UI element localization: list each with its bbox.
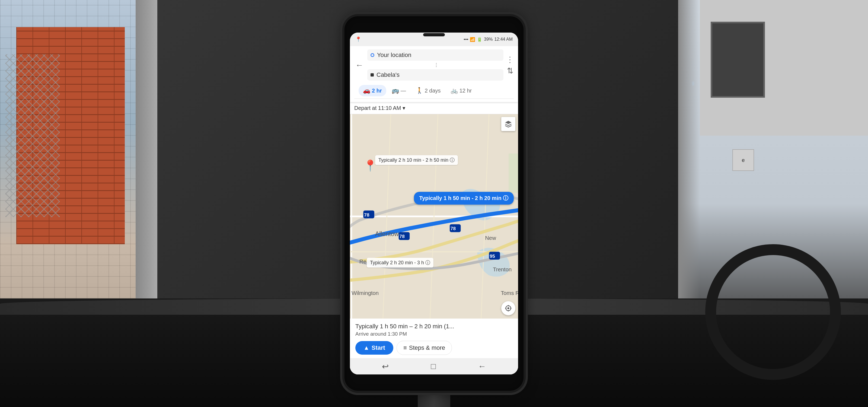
- battery-label: 39%: [484, 37, 493, 42]
- depart-time-row[interactable]: Depart at 11:10 AM ▾: [350, 102, 518, 114]
- car-tab-label: 2 hr: [372, 88, 382, 94]
- transport-tab-bike[interactable]: 🚲 12 hr: [446, 85, 476, 96]
- steps-more-button[interactable]: ≡ Steps & more: [397, 341, 452, 355]
- search-fields: Your location Cabela's: [367, 50, 503, 81]
- destination-text: Cabela's: [376, 71, 500, 79]
- transit-tab-label: —: [401, 88, 406, 94]
- signal-icon: ▪▪▪: [464, 37, 468, 42]
- start-navigation-button[interactable]: ▲ Start: [355, 341, 393, 355]
- time-label: 12:44 AM: [494, 37, 513, 42]
- svg-point-29: [507, 307, 509, 309]
- my-location-button[interactable]: [501, 301, 516, 315]
- map-svg: Allentown Reading New Trenton Toms River…: [350, 114, 518, 318]
- back-button[interactable]: ←: [354, 59, 365, 71]
- car-icon: 🚗: [363, 87, 370, 94]
- status-right: ▪▪▪ 📶 🔋 39% 12:44 AM: [464, 37, 513, 42]
- route-time-label-2[interactable]: Typically 2 h 20 min - 3 h ⓘ: [367, 258, 433, 268]
- connector-dot-2: [436, 65, 437, 65]
- transport-mode-tabs: 🚗 2 hr 🚌 — 🚶 2 days 🚲: [354, 83, 514, 99]
- walk-icon: 🚶: [416, 87, 423, 94]
- bottom-panel: Typically 1 h 50 min – 2 h 20 min (1... …: [350, 318, 518, 358]
- steps-label: Steps & more: [409, 344, 445, 351]
- origin-text: Your location: [377, 52, 500, 59]
- bike-tab-label: 12 hr: [460, 88, 472, 94]
- depart-time-label: Depart at 11:10 AM: [354, 105, 401, 111]
- route-time-label-1[interactable]: Typically 2 h 10 min - 2 h 50 min ⓘ: [375, 155, 458, 165]
- route-summary: Typically 1 h 50 min – 2 h 20 min (1...: [355, 323, 513, 330]
- arrive-time: Arrive around 1:30 PM: [355, 331, 513, 337]
- steering-wheel: [705, 244, 841, 380]
- origin-field[interactable]: Your location: [367, 50, 503, 61]
- map-layer-button[interactable]: [501, 117, 516, 131]
- bus-icon: 🚌: [392, 87, 399, 94]
- phone-screen: 📍 ▪▪▪ 📶 🔋 39% 12:44 AM ←: [350, 33, 518, 374]
- origin-dot-icon: [371, 53, 374, 57]
- depart-dropdown-icon: ▾: [403, 105, 405, 111]
- search-row: ← Your location: [354, 50, 514, 81]
- battery-icon: 🔋: [477, 37, 482, 42]
- svg-text:78: 78: [451, 226, 456, 231]
- chain-link-fence: [5, 54, 60, 217]
- connector-dot-1: [436, 63, 437, 64]
- wifi-icon: 📶: [470, 37, 475, 42]
- transport-tab-car[interactable]: 🚗 2 hr: [359, 85, 386, 96]
- connector-dot-3: [436, 66, 437, 67]
- destination-dot-icon: [371, 73, 374, 76]
- svg-text:78: 78: [400, 233, 405, 239]
- car-interior: 149 e: [0, 0, 868, 407]
- transport-tab-walk[interactable]: 🚶 2 days: [411, 85, 445, 96]
- walk-tab-label: 2 days: [425, 88, 441, 94]
- svg-text:95: 95: [490, 253, 495, 259]
- maps-app: ← Your location: [350, 46, 518, 374]
- steps-icon: ≡: [403, 344, 407, 351]
- destination-field[interactable]: Cabela's: [367, 69, 503, 81]
- svg-text:78: 78: [364, 212, 369, 218]
- start-label: Start: [372, 344, 385, 351]
- svg-text:Trenton: Trenton: [493, 267, 512, 273]
- origin-pin: 📍: [364, 159, 377, 172]
- swap-directions-button[interactable]: ⇅: [507, 66, 513, 75]
- svg-text:Wilmington: Wilmington: [351, 290, 379, 296]
- bike-icon: 🚲: [451, 87, 458, 94]
- svg-text:Allentown: Allentown: [375, 230, 402, 238]
- location-status-icon: 📍: [355, 36, 361, 42]
- search-area: ← Your location: [350, 46, 518, 102]
- more-options-button[interactable]: ⋮: [506, 55, 514, 64]
- back-nav-button[interactable]: ←: [478, 362, 486, 371]
- transport-tab-transit[interactable]: 🚌 —: [388, 85, 410, 96]
- selected-route-label[interactable]: Typically 1 h 50 min - 2 h 20 min ⓘ: [414, 192, 514, 205]
- map-area[interactable]: Allentown Reading New Trenton Toms River…: [350, 114, 518, 318]
- home-button[interactable]: □: [431, 362, 436, 371]
- svg-text:New: New: [485, 235, 496, 241]
- phone-device: 📍 ▪▪▪ 📶 🔋 39% 12:44 AM ←: [344, 16, 524, 391]
- phone-nav-bar: ↩ □ ←: [350, 358, 518, 374]
- svg-text:Toms River: Toms River: [501, 290, 518, 296]
- status-left: 📍: [355, 36, 361, 42]
- start-icon: ▲: [364, 344, 369, 351]
- recent-apps-button[interactable]: ↩: [382, 362, 389, 371]
- route-connector: [369, 62, 503, 68]
- phone-speaker: [423, 33, 445, 36]
- action-buttons: ▲ Start ≡ Steps & more: [355, 341, 513, 355]
- svg-rect-25: [508, 154, 518, 193]
